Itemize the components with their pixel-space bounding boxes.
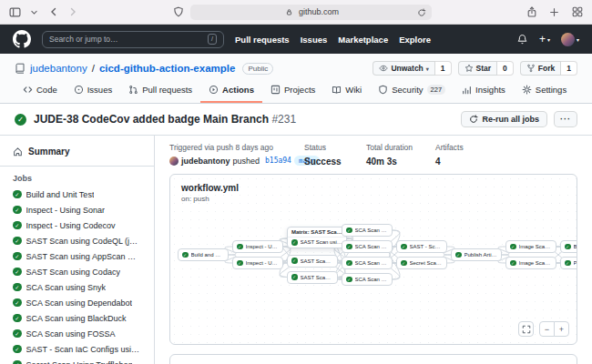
back-icon[interactable] — [47, 6, 59, 18]
privacy-shield-icon[interactable] — [172, 6, 184, 18]
workflow-graph-node[interactable]: Secret Scan Using Trufflehog — [396, 257, 447, 269]
sidebar-job-item[interactable]: SAST Scan using CodeQL (java) — [0, 233, 154, 248]
tab-security[interactable]: Security 227 — [370, 79, 454, 103]
workflow-graph-node[interactable]: Build and Unit Test — [178, 248, 229, 261]
check-icon — [13, 252, 22, 261]
nav-issues[interactable]: Issues — [301, 35, 328, 45]
caret-down-icon: ▾ — [547, 36, 550, 43]
sidebar-job-item[interactable]: SCA Scan using FOSSA — [0, 326, 154, 341]
node-label: Publish Artifact to JFrog Artifactory — [464, 252, 498, 258]
nav-marketplace[interactable]: Marketplace — [338, 35, 388, 45]
repo-icon — [15, 63, 26, 74]
sidebar-job-item[interactable]: Build and Unit Test — [0, 187, 154, 202]
workflow-graph-node[interactable]: Image Scan using Grype — [505, 240, 556, 253]
workflow-graph-node[interactable]: SAST Scan using Codacy — [287, 271, 338, 284]
workflow-graph-node[interactable]: SAST Scan using AppScan CodeSweep — [287, 255, 338, 268]
reload-icon[interactable] — [415, 7, 427, 19]
workflow-graph-node[interactable]: Build Docker Image — [560, 240, 577, 253]
check-icon — [13, 298, 22, 308]
job-label: Inspect - Using Codecov — [26, 221, 116, 230]
security-count-badge: 227 — [427, 85, 446, 95]
forward-icon[interactable] — [66, 6, 78, 18]
tab-insights[interactable]: Insights — [454, 79, 514, 103]
workflow-graph-node[interactable]: SAST - Scan IaC Configs using Snyk — [396, 240, 447, 253]
run-options-kebab-button[interactable]: ··· — [554, 111, 577, 127]
watch-count: 1 — [435, 61, 452, 76]
sidebar-job-item[interactable]: SAST Scan using AppScan CodeSweep — [0, 248, 154, 264]
chevron-down-icon[interactable] — [28, 6, 40, 18]
address-bar[interactable]: github.com — [190, 5, 432, 20]
workflow-graph-card: workflow.yml on: push Build and Unit Tes… — [169, 174, 577, 345]
tab-code[interactable]: Code — [15, 79, 66, 103]
repo-name-link[interactable]: cicd-github-action-example — [99, 63, 236, 74]
tab-overview-icon[interactable] — [571, 6, 583, 18]
url-text: github.com — [299, 7, 339, 16]
sidebar-job-item[interactable]: SAST Scan using Codacy — [0, 264, 154, 279]
check-icon — [13, 345, 22, 354]
workflow-graph-node[interactable]: Image Scan using Snyk — [505, 257, 556, 269]
check-icon — [13, 190, 22, 199]
tab-projects[interactable]: Projects — [262, 79, 323, 103]
watch-button[interactable]: Unwatch▾ 1 — [373, 61, 451, 76]
star-button[interactable]: Star 0 — [458, 61, 514, 76]
search-input[interactable]: Search or jump to… / — [42, 31, 224, 48]
github-header: Search or jump to… / Pull requests Issue… — [0, 25, 592, 54]
workflow-graph-node[interactable]: Push Docker Image — [560, 257, 577, 269]
tab-actions[interactable]: Actions — [200, 79, 262, 103]
check-icon — [455, 252, 462, 258]
tab-settings[interactable]: Settings — [514, 79, 575, 103]
workflow-graph-node[interactable]: Inspect - Using Sonar — [232, 240, 283, 253]
summary-home-icon — [13, 147, 23, 157]
sidebar-job-item[interactable]: SAST - Scan IaC Configs using Snyk — [0, 341, 154, 357]
tab-wiki[interactable]: Wiki — [323, 79, 370, 103]
check-icon — [510, 244, 516, 250]
sidebar-job-item[interactable]: Inspect - Using Codecov — [0, 217, 154, 233]
commit-sha[interactable]: b15a94 — [265, 157, 291, 165]
job-label: Inspect - Using Sonar — [26, 206, 106, 215]
sidebar-job-item[interactable]: Secret Scan Using Trufflehog — [0, 357, 154, 364]
node-label: Inspect - Using Codecov — [246, 260, 280, 266]
fullscreen-button[interactable] — [518, 321, 534, 337]
new-tab-icon[interactable] — [548, 6, 560, 18]
rerun-all-jobs-button[interactable]: Re-run all jobs — [461, 111, 547, 127]
share-icon[interactable] — [526, 6, 537, 18]
sidebar-job-item[interactable]: Inspect - Using Sonar — [0, 202, 154, 217]
sidebar-job-item[interactable]: SCA Scan using Dependabot — [0, 295, 154, 310]
caret-down-icon: ▾ — [426, 66, 429, 72]
github-logo[interactable] — [13, 30, 31, 48]
sidebar-summary[interactable]: Summary — [0, 142, 154, 161]
repo-separator: / — [92, 63, 95, 74]
nav-explore[interactable]: Explore — [399, 35, 431, 45]
zoom-out-button[interactable]: − — [539, 321, 555, 337]
job-label: SCA Scan using Snyk — [26, 283, 107, 292]
workflow-graph-node[interactable]: SCA Scan using BlackDuck — [342, 257, 393, 269]
check-icon — [13, 329, 22, 339]
sidebar-toggle-icon[interactable] — [9, 6, 21, 18]
run-header: JUDE-38 CodeCov added badge Main Branch … — [0, 104, 592, 136]
notifications-bell-icon[interactable] — [516, 34, 528, 46]
tab-pull-requests[interactable]: Pull requests — [120, 79, 200, 103]
workflow-graph-node[interactable]: SCA Scan using Snyk — [342, 224, 393, 237]
artifacts-value[interactable]: 4 — [435, 157, 492, 167]
star-icon — [464, 64, 474, 73]
tab-issues[interactable]: Issues — [66, 79, 120, 103]
fork-button[interactable]: Fork 1 — [520, 61, 577, 76]
matrix-node[interactable]: Matrix: SAST Scan using CodeQLSAST Scan … — [287, 227, 347, 249]
repo-owner-link[interactable]: judebantony — [30, 63, 87, 74]
user-menu[interactable]: ▾ — [561, 33, 579, 46]
sidebar-job-item[interactable]: SCA Scan using BlackDuck — [0, 310, 154, 326]
slash-shortcut-badge: / — [208, 34, 217, 45]
node-label: Image Scan using Grype — [519, 244, 553, 249]
workflow-file-name[interactable]: workflow.yml — [181, 183, 239, 193]
workflow-graph-node[interactable]: SCA Scan using Dependabot — [342, 240, 393, 253]
workflow-graph-node[interactable]: SCA Scan using FOSSA — [342, 273, 393, 286]
sidebar-job-item[interactable]: SCA Scan using Snyk — [0, 279, 154, 295]
zoom-in-button[interactable]: + — [554, 321, 569, 337]
actor-name[interactable]: judebantony — [181, 157, 230, 166]
avatar — [169, 157, 179, 166]
node-label: SAST - Scan IaC Configs using Snyk — [410, 244, 444, 249]
workflow-graph-node[interactable]: Inspect - Using Codecov — [232, 257, 283, 269]
nav-pull-requests[interactable]: Pull requests — [235, 35, 290, 45]
create-new-button[interactable]: +▾ — [539, 33, 550, 46]
workflow-graph-node[interactable]: Publish Artifact to JFrog Artifactory — [451, 248, 502, 261]
